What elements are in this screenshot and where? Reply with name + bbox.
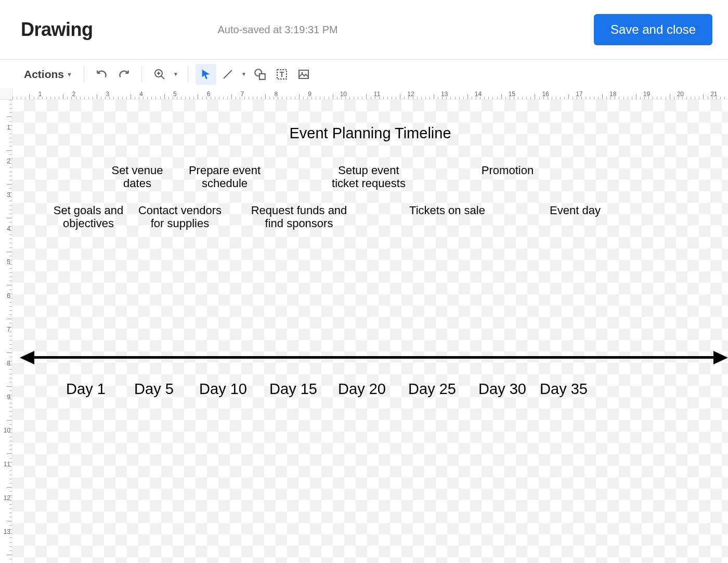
ruler-h-label: 1 bbox=[38, 90, 42, 98]
undo-button[interactable] bbox=[92, 64, 112, 85]
ruler-h-label: 5 bbox=[173, 90, 177, 98]
ruler-h-label: 8 bbox=[274, 90, 278, 98]
line-icon bbox=[222, 68, 234, 81]
day-label[interactable]: Day 35 bbox=[540, 381, 588, 398]
ruler-v-label: 9 bbox=[7, 394, 10, 401]
day-label[interactable]: Day 1 bbox=[66, 381, 106, 398]
ruler-v-label: 2 bbox=[7, 158, 10, 165]
textbox-icon: T bbox=[276, 68, 288, 81]
actions-menu-button[interactable]: Actions ▼ bbox=[20, 66, 76, 83]
ruler-h-label: 6 bbox=[207, 90, 211, 98]
drawing-canvas[interactable]: Event Planning Timeline Set venue datesP… bbox=[12, 100, 728, 563]
svg-rect-6 bbox=[259, 73, 265, 79]
ruler-h-label: 11 bbox=[373, 90, 380, 98]
event-label[interactable]: Set goals and objectives bbox=[54, 204, 124, 230]
ruler-h-label: 7 bbox=[241, 90, 244, 98]
autosave-status: Auto-saved at 3:19:31 PM bbox=[218, 24, 338, 36]
ruler-h-label: 2 bbox=[72, 90, 76, 98]
event-label[interactable]: Setup event ticket requests bbox=[332, 164, 406, 190]
caret-down-icon: ▼ bbox=[67, 71, 72, 77]
ruler-v-label: 7 bbox=[7, 326, 10, 333]
ruler-h-label: 17 bbox=[576, 90, 582, 98]
ruler-v-label: 12 bbox=[4, 494, 10, 502]
toolbar-separator bbox=[188, 66, 188, 83]
ruler-v-label: 8 bbox=[7, 360, 10, 367]
zoom-dropdown[interactable]: ▼ bbox=[171, 71, 180, 77]
cursor-icon bbox=[200, 69, 212, 80]
zoom-button[interactable] bbox=[149, 64, 170, 85]
day-label[interactable]: Day 30 bbox=[478, 381, 526, 398]
caret-down-icon: ▼ bbox=[173, 71, 178, 77]
ruler-v-label: 4 bbox=[7, 225, 10, 232]
shape-icon bbox=[253, 68, 267, 81]
ruler-h-label: 10 bbox=[340, 90, 347, 98]
image-tool-button[interactable] bbox=[293, 64, 314, 85]
actions-label: Actions bbox=[24, 68, 64, 81]
save-and-close-button[interactable]: Save and close bbox=[594, 14, 712, 45]
day-label[interactable]: Day 10 bbox=[199, 381, 247, 398]
ruler-v-label: 6 bbox=[7, 292, 10, 299]
ruler-h-label: 16 bbox=[542, 90, 549, 98]
caret-down-icon: ▼ bbox=[241, 71, 246, 77]
day-label[interactable]: Day 25 bbox=[408, 381, 456, 398]
line-tool-button[interactable] bbox=[217, 64, 238, 85]
textbox-tool-button[interactable]: T bbox=[271, 64, 292, 85]
canvas-title[interactable]: Event Planning Timeline bbox=[12, 125, 728, 142]
svg-point-10 bbox=[301, 72, 303, 73]
event-label[interactable]: Prepare event schedule bbox=[189, 164, 261, 190]
select-tool-button[interactable] bbox=[196, 64, 216, 85]
event-label[interactable]: Request funds and find sponsors bbox=[251, 204, 347, 230]
ruler-h-label: 9 bbox=[308, 90, 311, 98]
image-icon bbox=[297, 68, 310, 81]
ruler-v-label: 10 bbox=[4, 427, 10, 434]
dialog-header: Drawing Auto-saved at 3:19:31 PM Save an… bbox=[0, 0, 728, 60]
shape-tool-button[interactable] bbox=[250, 64, 270, 85]
ruler-h-label: 15 bbox=[509, 90, 515, 98]
timeline-arrow[interactable] bbox=[30, 356, 721, 359]
svg-rect-9 bbox=[299, 70, 308, 78]
ruler-v-label: 5 bbox=[7, 258, 10, 266]
event-label[interactable]: Set venue dates bbox=[111, 164, 163, 190]
ruler-h-label: 20 bbox=[677, 90, 684, 98]
redo-button[interactable] bbox=[113, 64, 134, 85]
ruler-v-label: 3 bbox=[7, 191, 10, 199]
redo-icon bbox=[117, 68, 131, 81]
vertical-ruler[interactable]: 12345678910111213 bbox=[0, 100, 12, 563]
svg-text:T: T bbox=[280, 70, 284, 78]
ruler-h-label: 18 bbox=[609, 90, 616, 98]
ruler-h-label: 14 bbox=[475, 90, 482, 98]
ruler-h-label: 19 bbox=[643, 90, 650, 98]
toolbar-separator bbox=[84, 66, 84, 83]
ruler-h-label: 21 bbox=[710, 90, 717, 98]
event-label[interactable]: Promotion bbox=[482, 164, 534, 177]
ruler-h-label: 3 bbox=[106, 90, 109, 98]
ruler-corner bbox=[0, 88, 12, 100]
ruler-h-label: 12 bbox=[407, 90, 414, 98]
horizontal-ruler[interactable]: 123456789101112131415161718192021 bbox=[12, 88, 728, 100]
ruler-v-label: 11 bbox=[4, 461, 10, 468]
event-label[interactable]: Tickets on sale bbox=[409, 204, 485, 217]
toolbar: Actions ▼ ▼ ▼ T bbox=[0, 60, 728, 88]
dialog-title: Drawing bbox=[21, 19, 93, 41]
event-label[interactable]: Event day bbox=[550, 204, 601, 217]
undo-icon bbox=[95, 68, 109, 81]
day-label[interactable]: Day 20 bbox=[338, 381, 386, 398]
event-label[interactable]: Contact vendors for supplies bbox=[138, 204, 222, 230]
ruler-h-label: 4 bbox=[139, 90, 143, 98]
ruler-v-label: 13 bbox=[4, 528, 10, 535]
svg-line-4 bbox=[224, 70, 232, 78]
zoom-in-icon bbox=[153, 68, 166, 81]
ruler-v-label: 1 bbox=[7, 124, 10, 131]
day-label[interactable]: Day 5 bbox=[134, 381, 174, 398]
toolbar-separator bbox=[141, 66, 142, 83]
line-dropdown[interactable]: ▼ bbox=[239, 71, 249, 77]
svg-line-1 bbox=[161, 76, 164, 79]
ruler-h-label: 13 bbox=[441, 90, 448, 98]
day-label[interactable]: Day 15 bbox=[269, 381, 317, 398]
